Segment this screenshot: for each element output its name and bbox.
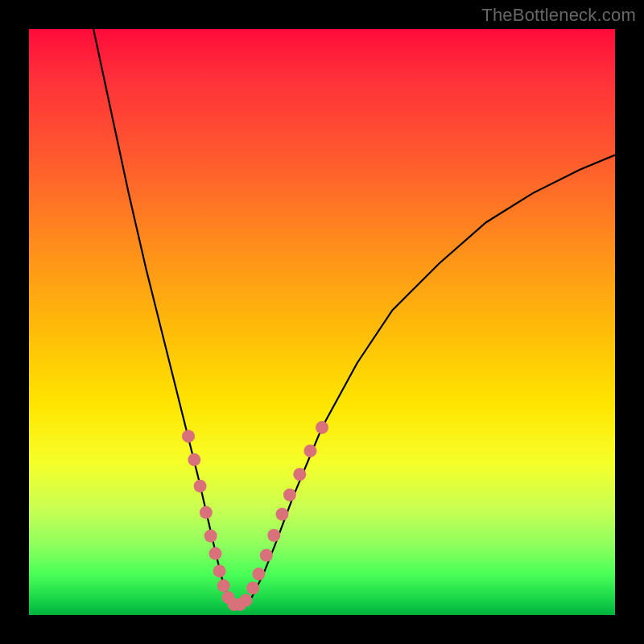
curve-marker xyxy=(283,489,296,502)
curve-marker xyxy=(276,508,289,521)
chart-frame: TheBottleneck.com xyxy=(0,0,644,644)
curve-marker xyxy=(182,430,195,443)
curve-marker xyxy=(267,529,280,542)
curve-marker xyxy=(246,582,259,595)
curve-marker xyxy=(194,480,207,493)
curve-marker xyxy=(260,549,273,562)
curve-marker xyxy=(252,568,265,580)
curve-marker xyxy=(188,453,200,466)
marker-group xyxy=(182,421,328,611)
curve-marker xyxy=(303,444,316,457)
curve-marker xyxy=(200,506,213,519)
curve-marker xyxy=(209,547,222,560)
curve-marker xyxy=(316,421,328,434)
curve-marker xyxy=(239,594,252,607)
plot-area xyxy=(29,29,615,615)
curve-marker xyxy=(217,580,230,592)
curve-marker xyxy=(213,564,226,577)
watermark-text: TheBottleneck.com xyxy=(481,5,636,26)
curve-marker xyxy=(204,530,217,543)
curve-marker xyxy=(293,468,306,481)
curve-svg xyxy=(29,29,615,615)
bottleneck-curve xyxy=(93,29,615,606)
